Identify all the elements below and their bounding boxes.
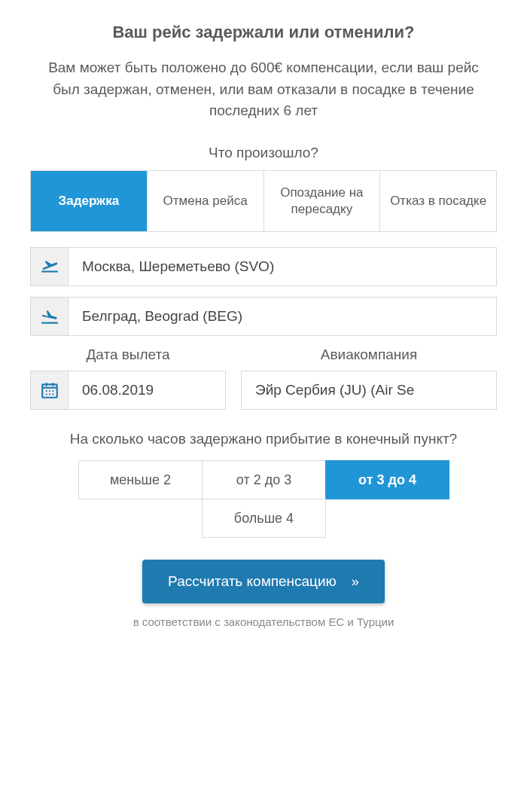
calculate-button[interactable]: Рассчитать компенсацию »	[142, 560, 385, 603]
airline-value: Эйр Сербия (JU) (Air Se	[242, 371, 496, 409]
delay-question: На сколько часов задержано прибытие в ко…	[30, 429, 497, 450]
date-value: 06.08.2019	[69, 371, 225, 409]
what-happened-label: Что произошло?	[30, 145, 497, 161]
svg-point-7	[45, 393, 47, 395]
calendar-icon	[31, 371, 69, 409]
option-3-4[interactable]: от 3 до 4	[325, 460, 449, 499]
departure-icon	[31, 248, 69, 285]
tab-cancellation[interactable]: Отмена рейса	[148, 171, 264, 231]
arrow-icon: »	[352, 574, 359, 590]
departure-value: Москва, Шереметьево (SVO)	[69, 248, 496, 285]
arrival-icon	[31, 298, 69, 335]
arrival-value: Белград, Beograd (BEG)	[69, 298, 496, 335]
option-more-4[interactable]: больше 4	[202, 499, 326, 538]
cta-label: Рассчитать компенсацию	[168, 573, 337, 590]
incident-type-tabs: Задержка Отмена рейса Опоздание на перес…	[30, 170, 497, 232]
airline-field[interactable]: Эйр Сербия (JU) (Air Se	[241, 371, 497, 410]
departure-field[interactable]: Москва, Шереметьево (SVO)	[30, 247, 497, 286]
tab-missed-connection[interactable]: Опоздание на пересадку	[264, 171, 381, 231]
tab-denied-boarding[interactable]: Отказ в посадке	[380, 171, 496, 231]
date-field[interactable]: 06.08.2019	[30, 371, 226, 410]
svg-point-4	[45, 390, 47, 392]
tab-delay[interactable]: Задержка	[31, 171, 148, 231]
svg-point-6	[52, 390, 53, 392]
arrival-field[interactable]: Белград, Beograd (BEG)	[30, 297, 497, 336]
svg-point-5	[48, 390, 50, 392]
delay-options: меньше 2 от 2 до 3 от 3 до 4 больше 4	[78, 460, 450, 537]
option-2-3[interactable]: от 2 до 3	[202, 460, 326, 499]
footnote: в соответствии с законодательством ЕС и …	[30, 615, 497, 628]
svg-point-9	[52, 393, 53, 395]
airline-label: Авиакомпания	[241, 346, 497, 363]
date-label: Дата вылета	[30, 346, 226, 363]
option-less-2[interactable]: меньше 2	[78, 460, 203, 499]
page-subtitle: Вам может быть положено до 600€ компенса…	[30, 57, 497, 122]
page-title: Ваш рейс задержали или отменили?	[30, 23, 497, 42]
svg-point-8	[48, 393, 50, 395]
